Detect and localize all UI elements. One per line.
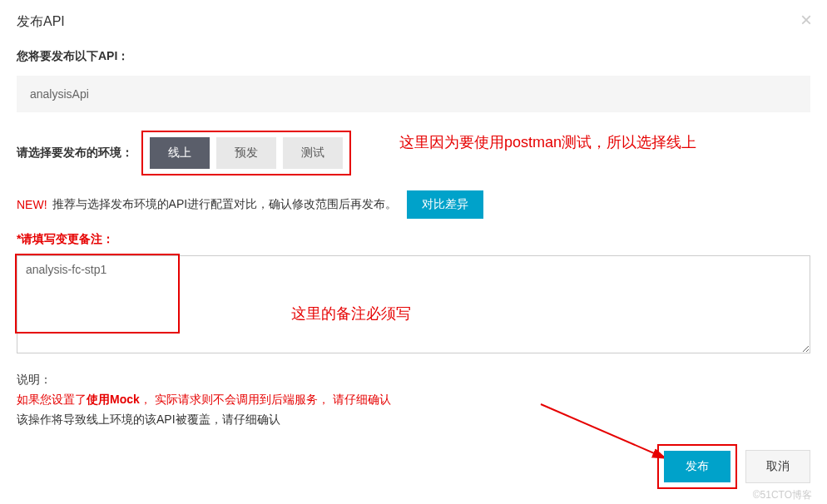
watermark: ©51CTO博客 [753,488,812,502]
publish-api-label: 您将要发布以下API： [17,49,810,64]
mock-warning-bold: 使用Mock [87,393,140,406]
overwrite-warning: 该操作将导致线上环境的该API被覆盖，请仔细确认 [17,413,810,427]
publish-button[interactable]: 发布 [664,451,730,482]
publish-api-modal: 发布API × 您将要发布以下API： analysisApi 请选择要发布的环… [0,0,827,504]
new-badge: NEW! [17,198,47,211]
cancel-button[interactable]: 取消 [745,450,810,483]
compare-diff-button[interactable]: 对比差异 [407,190,483,219]
environment-row: 请选择要发布的环境： 线上 预发 测试 这里因为要使用postman测试，所以选… [17,131,810,175]
remark-textarea-wrapper: 这里的备注必须写 [17,255,810,356]
environment-buttons-highlight: 线上 预发 测试 [141,131,351,175]
api-name-display: analysisApi [17,76,810,112]
compare-text: 推荐与选择发布环境的API进行配置对比，确认修改范围后再发布。 [52,197,398,212]
compare-row: NEW! 推荐与选择发布环境的API进行配置对比，确认修改范围后再发布。 对比差… [17,190,810,219]
env-pre-button[interactable]: 预发 [216,137,276,169]
modal-title: 发布API [17,13,810,31]
mock-warning: 如果您设置了使用Mock， 实际请求则不会调用到后端服务， 请仔细确认 [17,393,810,408]
environment-label: 请选择要发布的环境： [17,146,133,161]
modal-footer: 发布 取消 [657,444,810,489]
env-online-button[interactable]: 线上 [150,137,210,169]
close-icon[interactable]: × [800,10,812,30]
env-test-button[interactable]: 测试 [283,137,343,169]
modal-header: 发布API × [0,0,827,41]
mock-warning-prefix: 如果您设置了 [17,393,87,406]
modal-body: 您将要发布以下API： analysisApi 请选择要发布的环境： 线上 预发… [0,41,827,436]
description-label: 说明： [17,373,810,388]
remark-label: 请填写变更备注： [17,232,810,247]
annotation-remark-note: 这里的备注必须写 [291,304,411,324]
annotation-env-note: 这里因为要使用postman测试，所以选择线上 [399,132,696,152]
remark-textarea[interactable] [17,255,810,353]
mock-warning-suffix: ， 实际请求则不会调用到后端服务， 请仔细确认 [140,393,391,406]
publish-button-highlight: 发布 [657,444,737,489]
